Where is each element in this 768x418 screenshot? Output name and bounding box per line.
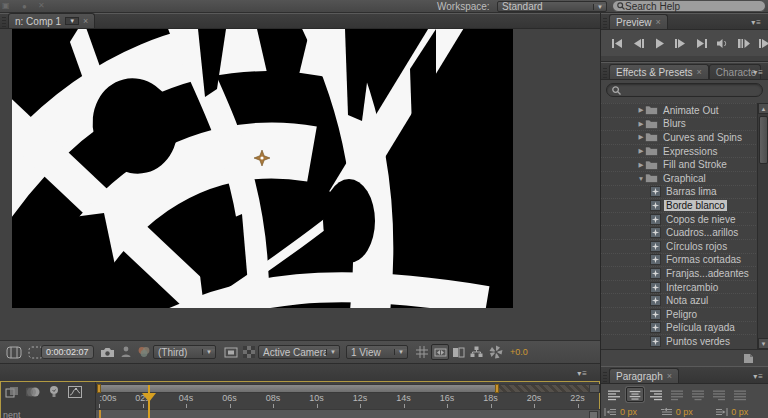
disclosure-triangle-icon[interactable]: ▶ [637,147,645,155]
current-time-indicator-handle[interactable] [142,393,156,402]
preset-folder-row[interactable]: ▶Blurs [601,117,768,131]
tab-composition[interactable]: n: Comp 1 ▼ × [8,13,95,28]
transparency-grid-icon[interactable] [240,344,258,360]
safe-zones-icon[interactable] [4,344,24,360]
mask-visibility-icon[interactable] [222,344,240,360]
panel-menu-icon[interactable]: ▾≡ [577,369,588,378]
preset-label[interactable]: Círculos rojos [664,241,729,252]
preset-label[interactable]: Fill and Stroke [661,159,729,170]
align-left-button[interactable] [605,387,623,402]
snapshot-camera-icon[interactable] [98,344,116,360]
timeline-track-row[interactable] [96,409,600,418]
effects-search-input[interactable] [624,85,744,96]
preset-label[interactable]: Animate Out [661,105,721,116]
chevron-down-icon[interactable]: ▼ [593,4,606,10]
preset-row[interactable]: Intercambio [601,280,768,294]
camera-view-dropdown[interactable]: Active Camera ▼ [258,345,340,359]
fast-previews-icon[interactable] [449,344,467,360]
scroll-up-icon[interactable]: ▲ [758,103,768,114]
shuttle-next-icon[interactable] [756,36,768,51]
show-snapshot-icon[interactable] [119,344,133,360]
preset-folder-row[interactable]: ▶Animate Out [601,103,768,117]
composition-canvas[interactable] [12,29,513,308]
first-frame-icon[interactable] [609,36,626,51]
preset-label[interactable]: Expressions [661,146,719,157]
align-center-button[interactable] [626,387,644,402]
panel-menu-icon[interactable]: ▾≡ [753,68,764,77]
previous-frame-icon[interactable] [630,36,647,51]
effects-scrollbar[interactable]: ▲ ▼ [757,103,768,349]
chevron-down-icon[interactable]: ▼ [394,349,407,355]
preset-folder-row[interactable]: ▶Fill and Stroke [601,157,768,171]
work-area-start-handle[interactable] [97,384,101,393]
motion-blur-icon[interactable] [24,384,41,399]
preset-label[interactable]: Nota azul [664,295,710,306]
preset-row[interactable]: Círculos rojos [601,239,768,253]
tab-paragraph[interactable]: Paragraph × [609,368,679,383]
preset-label[interactable]: Blurs [661,118,688,129]
indent-right-value[interactable]: 0 px [731,407,748,417]
grid-options-icon[interactable] [414,344,430,360]
play-icon[interactable] [651,36,668,51]
preset-folder-row[interactable]: ▶Expressions [601,144,768,158]
panel-grip[interactable] [2,17,6,27]
disclosure-triangle-icon[interactable]: ▼ [637,175,645,182]
align-right-button[interactable] [647,387,665,402]
search-help-box[interactable] [612,0,766,12]
current-time-field[interactable]: 0:00:02:07 [41,345,94,359]
preset-label[interactable]: Cuadros...arillos [664,227,740,238]
scroll-down-icon[interactable]: ▼ [758,338,768,349]
preset-row[interactable]: Copos de nieve [601,212,768,226]
last-frame-icon[interactable] [693,36,710,51]
mute-audio-icon[interactable] [714,36,731,51]
show-channels-icon[interactable] [135,344,153,360]
preset-label[interactable]: Curves and Spins [661,132,744,143]
chevron-down-icon[interactable]: ▼ [202,349,215,355]
indent-first-line[interactable]: 0 px [657,407,713,417]
preset-label[interactable]: Puntos verdes [664,336,732,347]
close-icon[interactable]: × [656,17,661,27]
tab-effects-presets[interactable]: Effects & Presets × [609,64,709,79]
graph-editor-icon[interactable] [66,384,83,399]
exposure-shutter-icon[interactable] [487,344,505,360]
preset-row[interactable]: Formas cortadas [601,253,768,267]
preset-row[interactable]: Nota azul [601,293,768,307]
preset-folder-row[interactable]: ▶Curves and Spins [601,130,768,144]
preset-row[interactable]: Borde blanco [601,198,768,212]
panel-grip[interactable] [603,67,607,78]
preset-folder-row[interactable]: ▼Graphical [601,171,768,185]
next-frame-icon[interactable] [672,36,689,51]
timeline-ruler-area[interactable]: :00s02s04s06s08s10s12s14s16s18s20s22s [96,382,600,418]
ram-preview-icon[interactable] [735,36,752,51]
indent-left-margin[interactable]: 0 px [601,407,657,417]
preset-label[interactable]: Copos de nieve [664,214,738,225]
disclosure-triangle-icon[interactable]: ▶ [637,106,645,114]
flowchart-icon[interactable] [467,344,485,360]
justify-last-left-button[interactable] [668,387,686,402]
new-animation-preset-icon[interactable] [743,353,754,364]
panel-grip[interactable] [603,371,607,382]
preset-label[interactable]: Formas cortadas [664,254,743,265]
preset-label[interactable]: Peligro [664,309,699,320]
preset-label[interactable]: Franjas...adeantes [664,268,751,279]
indent-left-value[interactable]: 0 px [620,407,637,417]
work-area-bar[interactable] [99,384,498,393]
frame-blending-icon[interactable] [3,384,20,399]
preset-label[interactable]: Barras lima [664,186,719,197]
search-help-input[interactable] [625,1,735,12]
indent-first-line-value[interactable]: 0 px [676,407,693,417]
resolution-dropdown[interactable]: (Third) ▼ [153,345,216,359]
preset-label[interactable]: Película rayada [664,322,737,333]
preset-row[interactable]: Peligro [601,307,768,321]
composition-flyout-icon[interactable]: ▼ [65,17,79,25]
chevron-down-icon[interactable]: ▼ [326,349,339,355]
justify-all-button[interactable] [731,387,749,402]
panel-menu-icon[interactable]: ▾≡ [753,372,764,381]
justify-last-center-button[interactable] [689,387,707,402]
close-icon[interactable]: × [697,67,702,77]
preset-label[interactable]: Graphical [661,173,708,184]
justify-last-right-button[interactable] [710,387,728,402]
indent-right-margin[interactable]: 0 px [712,407,768,417]
close-icon[interactable]: × [667,371,672,381]
scrollbar-thumb[interactable] [759,116,768,164]
